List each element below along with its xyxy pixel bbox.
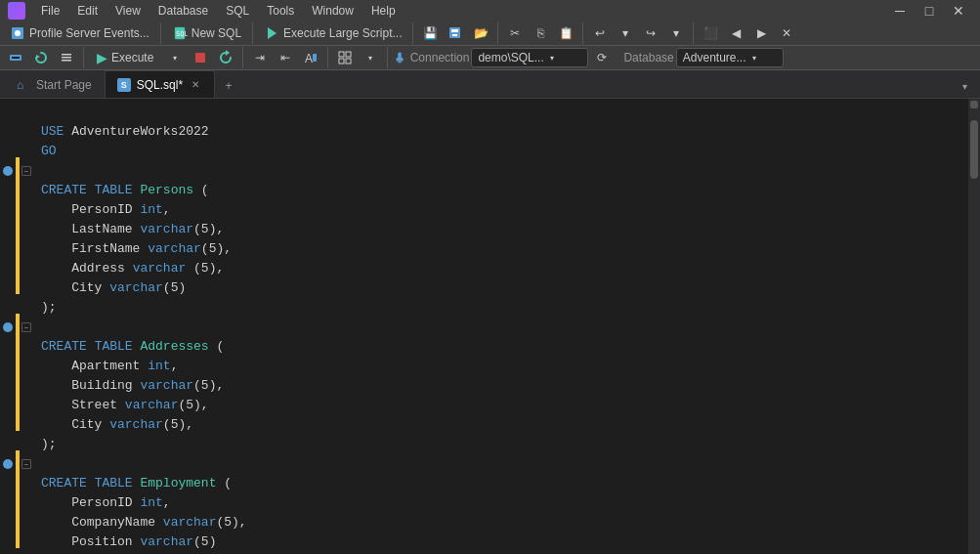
database-dropdown-arrow: ▾ (752, 54, 756, 63)
fold-marker-12[interactable]: − (21, 322, 31, 332)
fold-22 (20, 513, 33, 533)
bookmark-btn2[interactable]: ◀ (724, 21, 747, 45)
fold-14 (20, 357, 33, 376)
code-line-10: ); (41, 300, 57, 315)
code-line-7: FirstName varchar(5), (41, 241, 232, 256)
dropdown-undo[interactable]: ▾ (614, 21, 637, 45)
menu-database[interactable]: Database (150, 0, 216, 21)
svg-rect-6 (451, 29, 458, 32)
toolbar-row1: Profile Server Events... SQL New SQL Exe… (0, 21, 980, 46)
menu-sql[interactable]: SQL (218, 0, 257, 21)
fold-6 (20, 200, 33, 220)
start-page-icon: ⌂ (17, 78, 30, 92)
code-line-22: Position varchar(5) (41, 534, 216, 549)
paste-button[interactable]: 📋 (554, 21, 577, 45)
menu-file[interactable]: File (33, 0, 67, 21)
execute-dropdown[interactable]: ▾ (163, 46, 187, 69)
connection-dropdown[interactable]: demo\SQL... ▾ (471, 48, 588, 67)
format-button[interactable]: A (299, 46, 322, 69)
tb2-icon3[interactable] (55, 46, 78, 69)
fold-12[interactable]: − (20, 318, 33, 337)
bookmark-btn1[interactable]: ⬛ (699, 21, 722, 45)
menu-tools[interactable]: Tools (259, 0, 302, 21)
new-sql-button[interactable]: SQL New SQL (166, 22, 247, 44)
code-line-14: Building varchar(5), (41, 378, 224, 393)
gutter-line-6 (0, 200, 16, 220)
open-button[interactable]: 📂 (469, 21, 492, 45)
bookmark-gutter (0, 99, 16, 554)
tab-overflow-button[interactable]: ▾ (953, 74, 976, 98)
menu-window[interactable]: Window (304, 0, 362, 21)
svg-rect-11 (62, 54, 71, 56)
fold-19[interactable]: − (20, 454, 33, 474)
gutter-line-13 (0, 337, 16, 357)
code-line-13: Apartment int, (41, 359, 178, 373)
grid-button[interactable] (333, 46, 357, 69)
code-line-9: City varchar(5) (41, 280, 186, 295)
stop-icon (192, 50, 208, 65)
bookmark-btn3[interactable]: ▶ (749, 21, 773, 45)
fold-16 (20, 396, 33, 415)
save-button[interactable]: 💾 (418, 21, 442, 45)
gutter-line-blank2 (0, 298, 16, 318)
menu-edit[interactable]: Edit (69, 0, 106, 21)
close-button[interactable]: ✕ (945, 0, 972, 21)
dropdown-redo[interactable]: ▾ (664, 21, 688, 45)
fold-23 (20, 533, 33, 552)
bookmark-btn4[interactable]: ✕ (775, 21, 798, 45)
copy-button[interactable]: ⎘ (529, 21, 552, 45)
profile-server-button[interactable]: Profile Server Events... (4, 22, 155, 44)
stop-button[interactable] (189, 46, 212, 69)
gutter-line-23 (0, 533, 16, 552)
fold-blank3 (20, 435, 33, 454)
tab-sql-file[interactable]: S SQL.sql* ✕ (105, 70, 215, 98)
scroll-track[interactable] (968, 110, 980, 554)
database-dropdown[interactable]: Adventure... ▾ (676, 48, 784, 67)
maximize-button[interactable]: □ (916, 0, 943, 21)
undo-button[interactable]: ↩ (588, 21, 612, 45)
fold-marker-19[interactable]: − (21, 459, 31, 469)
code-editor[interactable]: USE AdventureWorks2022 GO CREATE TABLE P… (33, 99, 968, 554)
code-line-12: CREATE TABLE Addresses ( (41, 339, 224, 354)
window-controls: ─ □ ✕ (886, 0, 972, 21)
execute-large-button[interactable]: Execute Large Script... (258, 22, 407, 44)
database-label: Database (623, 51, 673, 64)
gutter-line-blank1 (0, 142, 16, 161)
tab-close-button[interactable]: ✕ (189, 78, 202, 91)
gutter-line-21 (0, 493, 16, 513)
fold-marker-4[interactable]: − (21, 166, 31, 176)
tb2-icon2[interactable] (29, 46, 53, 69)
gutter-line-blank3 (0, 435, 16, 454)
tb2-dropdown2[interactable]: ▾ (359, 46, 382, 69)
minimize-button[interactable]: ─ (886, 0, 914, 21)
redo-button[interactable]: ↪ (639, 21, 662, 45)
connection-refresh-btn[interactable]: ⟳ (590, 46, 614, 69)
menu-view[interactable]: View (107, 0, 149, 21)
tb2-refresh[interactable] (214, 46, 237, 69)
svg-marker-10 (36, 55, 40, 59)
gutter-line-20 (0, 474, 16, 493)
menu-help[interactable]: Help (363, 0, 404, 21)
code-line-1: USE AdventureWorks2022 (41, 124, 209, 139)
editor-inner: − − (0, 99, 980, 554)
svg-rect-21 (346, 59, 351, 64)
tb2-icon1[interactable] (4, 46, 27, 69)
fold-10 (20, 278, 33, 298)
vertical-scrollbar[interactable] (968, 99, 980, 554)
new-tab-button[interactable]: + (217, 74, 240, 98)
indent-button[interactable]: ⇥ (248, 46, 272, 69)
execute-button[interactable]: ▶ Execute (89, 47, 161, 68)
outdent-button[interactable]: ⇤ (274, 46, 297, 69)
scroll-thumb[interactable] (970, 120, 978, 179)
scroll-up-arrow[interactable] (970, 101, 978, 108)
fold-20 (20, 474, 33, 493)
save-all-button[interactable] (444, 21, 467, 45)
fold-4[interactable]: − (20, 161, 33, 181)
cut-button[interactable]: ✂ (503, 21, 527, 45)
svg-marker-15 (226, 50, 230, 56)
fold-1 (20, 103, 33, 122)
gutter-line-14 (0, 357, 16, 376)
connection-value: demo\SQL... (478, 51, 543, 64)
tab-start-page[interactable]: ⌂ Start Page (4, 70, 105, 98)
refresh-icon (33, 50, 49, 65)
